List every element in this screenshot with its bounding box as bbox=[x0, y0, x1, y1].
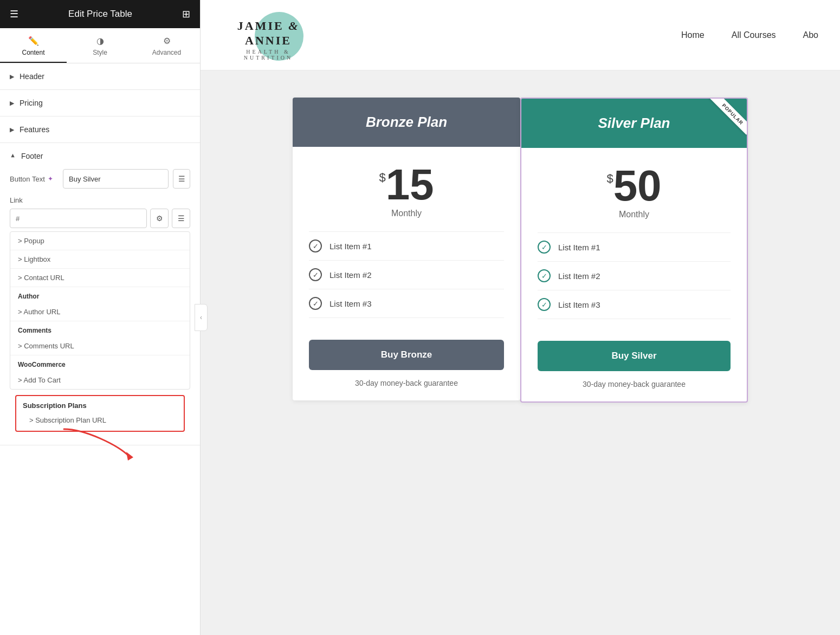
accordion-features-label: Features bbox=[20, 125, 49, 134]
silver-card-title: Silver Plan bbox=[598, 115, 670, 131]
accordion-features-toggle[interactable]: ▶ Features bbox=[0, 116, 200, 142]
accordion-footer-toggle[interactable]: ▼ Footer bbox=[0, 143, 200, 169]
link-label: Link bbox=[10, 196, 190, 204]
subscription-plan-url[interactable]: > Subscription Plan URL bbox=[23, 414, 177, 426]
top-bar-title: Edit Price Table bbox=[68, 9, 132, 20]
bronze-card-body: $ 15 Monthly ✓ List Item #1 ✓ List Item … bbox=[293, 147, 520, 334]
dropdown-item-contact-url[interactable]: > Contact URL bbox=[10, 269, 190, 287]
tab-content-label: Content bbox=[22, 49, 44, 56]
button-text-list-icon[interactable]: ☰ bbox=[173, 169, 190, 189]
accordion-features-arrow: ▶ bbox=[10, 126, 14, 133]
silver-card-header: Silver Plan POPULAR bbox=[521, 99, 747, 148]
button-text-label: Button Text ✦ bbox=[10, 175, 59, 183]
check-icon-silver-3: ✓ bbox=[538, 298, 551, 311]
popular-ribbon-container: POPULAR bbox=[698, 99, 747, 147]
bronze-price-card: Bronze Plan $ 15 Monthly ✓ List Item #1 … bbox=[293, 98, 520, 400]
dropdown-item-comments-url[interactable]: > Comments URL bbox=[10, 337, 190, 355]
dropdown-item-popup[interactable]: > Popup bbox=[10, 232, 190, 250]
footer-content: Button Text ✦ ☰ Link ⚙ ☰ > Popup > Light… bbox=[0, 169, 200, 445]
silver-price-amount: $ 50 bbox=[538, 164, 731, 208]
bronze-feature-list: ✓ List Item #1 ✓ List Item #2 ✓ List Ite… bbox=[309, 231, 504, 318]
link-dropdown-list: > Popup > Lightbox > Contact URL Author … bbox=[10, 231, 190, 390]
nav-links: Home All Courses Abo bbox=[681, 30, 818, 40]
silver-feature-list: ✓ List Item #1 ✓ List Item #2 ✓ List Ite… bbox=[538, 232, 731, 319]
silver-feature-2: ✓ List Item #2 bbox=[538, 262, 731, 290]
tab-style-label: Style bbox=[93, 49, 107, 56]
accordion-pricing-label: Pricing bbox=[20, 99, 43, 107]
top-bar: ☰ Edit Price Table ⊞ bbox=[0, 0, 200, 28]
tab-style[interactable]: ◑ Style bbox=[67, 28, 133, 63]
nav-link-home[interactable]: Home bbox=[681, 30, 705, 40]
silver-feature-1: ✓ List Item #1 bbox=[538, 232, 731, 262]
bronze-card-header: Bronze Plan bbox=[293, 98, 520, 147]
silver-card-footer: Buy Silver 30-day money-back guarantee bbox=[521, 335, 747, 401]
dropdown-item-author-url[interactable]: > Author URL bbox=[10, 303, 190, 321]
logo-text: JAMIE & ANNIE HEALTH & NUTRITION bbox=[222, 9, 309, 61]
link-list-icon[interactable]: ☰ bbox=[172, 209, 190, 228]
link-input[interactable] bbox=[10, 209, 147, 228]
tab-advanced-label: Advanced bbox=[152, 49, 181, 56]
check-icon-2: ✓ bbox=[309, 268, 322, 281]
check-icon-3: ✓ bbox=[309, 297, 322, 310]
nav-bar: JAMIE & ANNIE HEALTH & NUTRITION Home Al… bbox=[201, 0, 840, 70]
subscription-title: Subscription Plans bbox=[23, 401, 177, 410]
bronze-card-title: Bronze Plan bbox=[366, 114, 447, 130]
accordion-header-toggle[interactable]: ▶ Header bbox=[0, 63, 200, 89]
silver-guarantee: 30-day money-back guarantee bbox=[538, 380, 731, 388]
dynamic-tags-icon: ✦ bbox=[48, 175, 53, 183]
bronze-feature-1: ✓ List Item #1 bbox=[309, 231, 504, 261]
dropdown-item-add-to-cart[interactable]: > Add To Cart bbox=[10, 371, 190, 389]
bronze-price-number: 15 bbox=[386, 163, 434, 206]
bronze-guarantee: 30-day money-back guarantee bbox=[309, 379, 504, 387]
bronze-price-period: Monthly bbox=[309, 209, 504, 218]
accordion-footer: ▼ Footer Button Text ✦ ☰ Link ⚙ bbox=[0, 143, 200, 445]
collapse-handle[interactable]: ‹ bbox=[195, 304, 208, 331]
silver-feature-3: ✓ List Item #3 bbox=[538, 290, 731, 319]
check-icon-silver-1: ✓ bbox=[538, 241, 551, 254]
button-text-row: Button Text ✦ ☰ bbox=[10, 169, 190, 189]
silver-currency: $ bbox=[606, 172, 613, 186]
dropdown-category-woocommerce: WooCommerce bbox=[10, 355, 190, 371]
accordion-pricing-toggle[interactable]: ▶ Pricing bbox=[0, 90, 200, 116]
gear-icon: ⚙ bbox=[163, 36, 171, 46]
tab-content[interactable]: ✏️ Content bbox=[0, 28, 67, 63]
accordion-pricing-arrow: ▶ bbox=[10, 100, 14, 107]
left-panel: ☰ Edit Price Table ⊞ ✏️ Content ◑ Style … bbox=[0, 0, 201, 635]
accordion-header: ▶ Header bbox=[0, 63, 200, 90]
dropdown-item-lightbox[interactable]: > Lightbox bbox=[10, 250, 190, 269]
logo-sub-text: HEALTH & NUTRITION bbox=[228, 49, 309, 61]
bronze-feature-3: ✓ List Item #3 bbox=[309, 289, 504, 318]
buy-bronze-button[interactable]: Buy Bronze bbox=[309, 340, 504, 370]
nav-link-abo[interactable]: Abo bbox=[803, 30, 818, 40]
link-gear-icon[interactable]: ⚙ bbox=[150, 209, 169, 228]
check-icon-1: ✓ bbox=[309, 239, 322, 252]
grid-icon[interactable]: ⊞ bbox=[182, 8, 190, 20]
buy-silver-button[interactable]: Buy Silver bbox=[538, 341, 731, 371]
accordion-pricing: ▶ Pricing bbox=[0, 90, 200, 116]
tabs-row: ✏️ Content ◑ Style ⚙ Advanced bbox=[0, 28, 200, 63]
silver-price-card: Silver Plan POPULAR $ 50 Monthly ✓ List … bbox=[520, 98, 748, 403]
link-row: ⚙ ☰ bbox=[10, 209, 190, 228]
tab-advanced[interactable]: ⚙ Advanced bbox=[133, 28, 200, 63]
bronze-card-footer: Buy Bronze 30-day money-back guarantee bbox=[293, 334, 520, 400]
check-icon-silver-2: ✓ bbox=[538, 269, 551, 282]
hamburger-icon[interactable]: ☰ bbox=[10, 8, 18, 20]
logo-main-text: JAMIE & ANNIE bbox=[228, 19, 309, 48]
bronze-currency: $ bbox=[379, 171, 385, 185]
accordion-footer-label: Footer bbox=[21, 152, 43, 160]
logo-area: JAMIE & ANNIE HEALTH & NUTRITION bbox=[222, 8, 309, 62]
dropdown-category-comments: Comments bbox=[10, 321, 190, 337]
nav-link-courses[interactable]: All Courses bbox=[732, 30, 776, 40]
bronze-price-amount: $ 15 bbox=[309, 163, 504, 206]
button-text-input[interactable] bbox=[63, 169, 169, 189]
silver-price-period: Monthly bbox=[538, 210, 731, 219]
bronze-feature-2: ✓ List Item #2 bbox=[309, 261, 504, 289]
accordion-header-label: Header bbox=[20, 72, 44, 81]
dropdown-category-author: Author bbox=[10, 287, 190, 303]
accordion-footer-arrow: ▼ bbox=[10, 153, 16, 159]
popular-ribbon: POPULAR bbox=[708, 99, 747, 135]
style-icon: ◑ bbox=[96, 36, 104, 46]
panel-scroll: ▶ Header ▶ Pricing ▶ Features ▼ Footer bbox=[0, 63, 200, 635]
pencil-icon: ✏️ bbox=[28, 36, 39, 46]
svg-marker-0 bbox=[126, 452, 133, 461]
